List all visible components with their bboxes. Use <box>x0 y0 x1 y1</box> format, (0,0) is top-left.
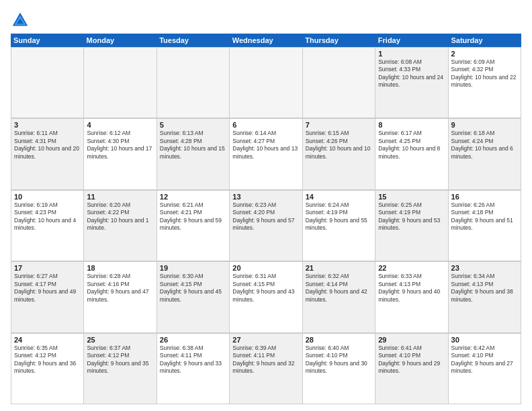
calendar-cell: 16Sunrise: 6:26 AM Sunset: 4:18 PM Dayli… <box>449 191 521 261</box>
calendar-cell: 29Sunrise: 6:41 AM Sunset: 4:10 PM Dayli… <box>375 334 448 404</box>
day-info: Sunrise: 6:20 AM Sunset: 4:22 PM Dayligh… <box>87 201 153 232</box>
day-info: Sunrise: 6:34 AM Sunset: 4:13 PM Dayligh… <box>451 273 518 304</box>
day-info: Sunrise: 6:33 AM Sunset: 4:13 PM Dayligh… <box>378 273 445 304</box>
day-info: Sunrise: 6:27 AM Sunset: 4:17 PM Dayligh… <box>14 273 81 304</box>
header-cell-monday: Monday <box>84 34 157 47</box>
calendar-cell: 12Sunrise: 6:21 AM Sunset: 4:21 PM Dayli… <box>157 191 230 261</box>
calendar-cell: 13Sunrise: 6:23 AM Sunset: 4:20 PM Dayli… <box>230 191 302 261</box>
calendar-cell: 27Sunrise: 6:39 AM Sunset: 4:11 PM Dayli… <box>230 334 302 404</box>
calendar-cell: 4Sunrise: 6:12 AM Sunset: 4:30 PM Daylig… <box>84 119 157 189</box>
day-number: 23 <box>451 264 518 272</box>
calendar-cell: 10Sunrise: 6:19 AM Sunset: 4:23 PM Dayli… <box>11 191 84 261</box>
day-number: 11 <box>87 193 153 201</box>
calendar-cell: 11Sunrise: 6:20 AM Sunset: 4:22 PM Dayli… <box>84 191 157 261</box>
day-number: 27 <box>232 336 299 344</box>
day-info: Sunrise: 6:25 AM Sunset: 4:19 PM Dayligh… <box>378 201 445 232</box>
day-info: Sunrise: 6:12 AM Sunset: 4:30 PM Dayligh… <box>87 130 153 161</box>
day-number: 21 <box>306 264 372 272</box>
calendar-cell: 7Sunrise: 6:15 AM Sunset: 4:26 PM Daylig… <box>303 119 375 189</box>
calendar-header: SundayMondayTuesdayWednesdayThursdayFrid… <box>11 34 521 47</box>
calendar-row-2: 10Sunrise: 6:19 AM Sunset: 4:23 PM Dayli… <box>11 190 521 261</box>
calendar-cell: 6Sunrise: 6:14 AM Sunset: 4:27 PM Daylig… <box>230 119 302 189</box>
day-number: 12 <box>160 193 226 201</box>
day-number: 28 <box>306 336 372 344</box>
day-number: 14 <box>306 193 372 201</box>
day-number: 3 <box>14 121 81 129</box>
header-cell-tuesday: Tuesday <box>157 34 230 47</box>
day-info: Sunrise: 6:39 AM Sunset: 4:11 PM Dayligh… <box>232 345 299 375</box>
day-number: 30 <box>451 336 518 344</box>
day-info: Sunrise: 6:38 AM Sunset: 4:11 PM Dayligh… <box>160 345 226 375</box>
calendar-cell: 5Sunrise: 6:13 AM Sunset: 4:28 PM Daylig… <box>157 119 230 189</box>
day-info: Sunrise: 6:31 AM Sunset: 4:15 PM Dayligh… <box>232 273 299 304</box>
calendar-cell: 18Sunrise: 6:28 AM Sunset: 4:16 PM Dayli… <box>84 262 157 332</box>
page-container: SundayMondayTuesdayWednesdayThursdayFrid… <box>0 0 532 411</box>
day-number: 17 <box>14 264 81 272</box>
calendar-row-4: 24Sunrise: 6:35 AM Sunset: 4:12 PM Dayli… <box>11 333 521 404</box>
day-info: Sunrise: 6:14 AM Sunset: 4:27 PM Dayligh… <box>232 130 299 161</box>
calendar-cell <box>303 48 375 118</box>
day-info: Sunrise: 6:15 AM Sunset: 4:26 PM Dayligh… <box>306 130 372 161</box>
day-info: Sunrise: 6:08 AM Sunset: 4:33 PM Dayligh… <box>378 58 445 89</box>
calendar-cell: 15Sunrise: 6:25 AM Sunset: 4:19 PM Dayli… <box>375 191 448 261</box>
header-cell-sunday: Sunday <box>11 34 84 47</box>
day-number: 9 <box>451 121 518 129</box>
day-number: 24 <box>14 336 81 344</box>
day-info: Sunrise: 6:32 AM Sunset: 4:14 PM Dayligh… <box>306 273 372 304</box>
calendar-cell: 23Sunrise: 6:34 AM Sunset: 4:13 PM Dayli… <box>449 262 521 332</box>
day-number: 6 <box>232 121 299 129</box>
day-info: Sunrise: 6:28 AM Sunset: 4:16 PM Dayligh… <box>87 273 153 304</box>
day-info: Sunrise: 6:18 AM Sunset: 4:24 PM Dayligh… <box>451 130 518 161</box>
day-info: Sunrise: 6:26 AM Sunset: 4:18 PM Dayligh… <box>451 201 518 232</box>
day-number: 10 <box>14 193 81 201</box>
day-number: 26 <box>160 336 226 344</box>
calendar-row-0: 1Sunrise: 6:08 AM Sunset: 4:33 PM Daylig… <box>11 47 521 118</box>
day-number: 22 <box>378 264 445 272</box>
logo <box>11 11 31 30</box>
calendar-cell <box>230 48 302 118</box>
calendar-cell: 1Sunrise: 6:08 AM Sunset: 4:33 PM Daylig… <box>375 48 448 118</box>
day-number: 19 <box>160 264 226 272</box>
day-number: 25 <box>87 336 153 344</box>
day-number: 4 <box>87 121 153 129</box>
calendar-cell: 25Sunrise: 6:37 AM Sunset: 4:12 PM Dayli… <box>84 334 157 404</box>
day-number: 1 <box>378 50 445 58</box>
day-info: Sunrise: 6:19 AM Sunset: 4:23 PM Dayligh… <box>14 201 81 232</box>
calendar-cell: 30Sunrise: 6:42 AM Sunset: 4:10 PM Dayli… <box>449 334 521 404</box>
calendar-cell: 24Sunrise: 6:35 AM Sunset: 4:12 PM Dayli… <box>11 334 84 404</box>
day-info: Sunrise: 6:41 AM Sunset: 4:10 PM Dayligh… <box>378 345 445 375</box>
header-cell-thursday: Thursday <box>302 34 375 47</box>
calendar-cell: 22Sunrise: 6:33 AM Sunset: 4:13 PM Dayli… <box>375 262 448 332</box>
calendar-cell: 8Sunrise: 6:17 AM Sunset: 4:25 PM Daylig… <box>375 119 448 189</box>
header-cell-wednesday: Wednesday <box>230 34 303 47</box>
day-number: 29 <box>378 336 445 344</box>
calendar-cell: 9Sunrise: 6:18 AM Sunset: 4:24 PM Daylig… <box>449 119 521 189</box>
calendar-cell: 26Sunrise: 6:38 AM Sunset: 4:11 PM Dayli… <box>157 334 230 404</box>
page-header <box>11 8 521 30</box>
calendar-cell <box>11 48 84 118</box>
calendar-cell: 20Sunrise: 6:31 AM Sunset: 4:15 PM Dayli… <box>230 262 302 332</box>
calendar-cell: 19Sunrise: 6:30 AM Sunset: 4:15 PM Dayli… <box>157 262 230 332</box>
day-info: Sunrise: 6:17 AM Sunset: 4:25 PM Dayligh… <box>378 130 445 161</box>
day-number: 2 <box>451 50 518 58</box>
day-info: Sunrise: 6:40 AM Sunset: 4:10 PM Dayligh… <box>306 345 372 375</box>
day-number: 8 <box>378 121 445 129</box>
calendar-cell: 2Sunrise: 6:09 AM Sunset: 4:32 PM Daylig… <box>449 48 521 118</box>
day-info: Sunrise: 6:24 AM Sunset: 4:19 PM Dayligh… <box>306 201 372 232</box>
calendar-cell: 3Sunrise: 6:11 AM Sunset: 4:31 PM Daylig… <box>11 119 84 189</box>
calendar-body: 1Sunrise: 6:08 AM Sunset: 4:33 PM Daylig… <box>11 47 521 404</box>
day-number: 15 <box>378 193 445 201</box>
day-number: 13 <box>232 193 299 201</box>
calendar-row-3: 17Sunrise: 6:27 AM Sunset: 4:17 PM Dayli… <box>11 261 521 332</box>
calendar-cell: 28Sunrise: 6:40 AM Sunset: 4:10 PM Dayli… <box>303 334 375 404</box>
day-info: Sunrise: 6:37 AM Sunset: 4:12 PM Dayligh… <box>87 345 153 375</box>
day-info: Sunrise: 6:21 AM Sunset: 4:21 PM Dayligh… <box>160 201 226 232</box>
day-info: Sunrise: 6:35 AM Sunset: 4:12 PM Dayligh… <box>14 345 81 375</box>
day-number: 18 <box>87 264 153 272</box>
calendar-cell <box>84 48 157 118</box>
logo-icon <box>11 11 30 30</box>
day-info: Sunrise: 6:09 AM Sunset: 4:32 PM Dayligh… <box>451 58 518 89</box>
day-number: 16 <box>451 193 518 201</box>
day-number: 5 <box>160 121 226 129</box>
day-info: Sunrise: 6:42 AM Sunset: 4:10 PM Dayligh… <box>451 345 518 375</box>
